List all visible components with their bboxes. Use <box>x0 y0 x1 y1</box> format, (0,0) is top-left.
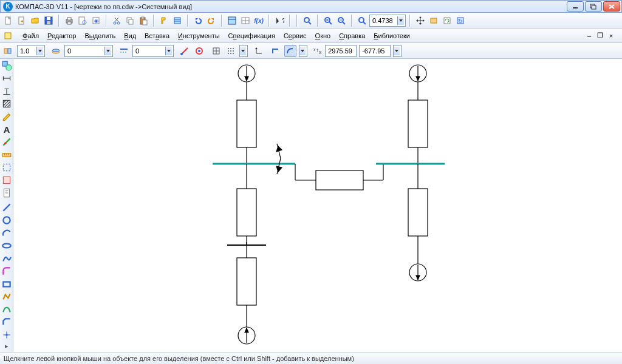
fx-icon[interactable]: f(x) <box>253 15 265 27</box>
save-icon[interactable] <box>43 15 55 27</box>
style-value: 0 <box>135 47 139 55</box>
current-state-icon[interactable] <box>2 45 15 57</box>
local-cs-icon[interactable] <box>253 45 265 57</box>
coord-x-field[interactable]: 2975.59 <box>325 45 357 57</box>
arc-tool-icon[interactable] <box>1 228 12 238</box>
dimensions-icon[interactable] <box>1 73 12 84</box>
menu-file[interactable]: Файл <box>18 30 43 41</box>
bezier-tool-icon[interactable] <box>1 304 12 315</box>
svg-marker-55 <box>416 19 418 22</box>
coord-dropdown[interactable] <box>393 45 402 57</box>
svg-rect-2 <box>592 5 596 9</box>
line-tool-icon[interactable] <box>1 202 12 213</box>
style-combo[interactable]: 0 <box>132 45 174 57</box>
paste-icon[interactable] <box>137 15 149 27</box>
geometry-icon[interactable] <box>1 60 12 71</box>
minimize-button[interactable] <box>567 1 584 12</box>
menu-view[interactable]: Вид <box>120 30 140 41</box>
print-preview-icon[interactable] <box>77 15 89 27</box>
round-icon[interactable] <box>284 45 296 57</box>
manager-icon[interactable] <box>226 15 238 27</box>
redraw-icon[interactable] <box>441 15 453 27</box>
menu-libs[interactable]: Библиотеки <box>369 30 414 41</box>
close-button[interactable] <box>603 1 620 12</box>
menu-window[interactable]: Окно <box>311 30 335 41</box>
zoom-window-icon[interactable] <box>356 15 368 27</box>
circle-tool-icon[interactable] <box>1 215 12 226</box>
menu-insert[interactable]: Вставка <box>140 30 174 41</box>
menu-edit[interactable]: Редактор <box>43 30 80 41</box>
zoom-fit-icon[interactable] <box>301 15 313 27</box>
drawing-canvas[interactable] <box>13 59 622 352</box>
measure-icon[interactable] <box>1 149 12 160</box>
menu-help[interactable]: Справка <box>335 30 369 41</box>
menu-tools[interactable]: Инструменты <box>174 30 224 41</box>
hatch-icon[interactable] <box>1 98 12 109</box>
library-icon[interactable] <box>2 30 13 41</box>
context-help-icon[interactable]: ? <box>273 15 285 27</box>
format-painter-icon[interactable] <box>158 15 170 27</box>
update-icon[interactable]: ↻ <box>454 15 466 27</box>
copy-icon[interactable] <box>124 15 136 27</box>
rect-tool-icon[interactable] <box>1 278 12 289</box>
ortho-draw-icon[interactable] <box>270 45 282 57</box>
ortho-icon[interactable] <box>210 45 222 57</box>
scale-combo[interactable]: 1.0 <box>17 45 45 57</box>
svg-text:?: ? <box>282 17 284 24</box>
edit-icon[interactable] <box>1 111 12 122</box>
menu-select[interactable]: Выделить <box>80 30 120 41</box>
new-icon[interactable] <box>2 15 15 27</box>
selection-icon[interactable] <box>1 162 12 173</box>
open-icon[interactable] <box>29 15 41 27</box>
svg-line-95 <box>3 100 6 103</box>
spec-panel-icon[interactable] <box>1 175 12 186</box>
snap-mid-icon[interactable] <box>193 45 205 57</box>
zoom-out-icon[interactable] <box>335 15 347 27</box>
param-icon[interactable] <box>1 136 12 147</box>
svg-point-75 <box>228 48 229 49</box>
coord-y-field[interactable]: -677.95 <box>359 45 391 57</box>
cut-icon[interactable] <box>111 15 123 27</box>
svg-rect-135 <box>237 189 256 236</box>
grid-icon[interactable] <box>225 45 237 57</box>
window-controls <box>567 1 620 12</box>
grid-dropdown[interactable] <box>239 45 248 57</box>
text-icon[interactable]: A <box>1 124 12 135</box>
ortho-dropdown[interactable] <box>299 45 307 57</box>
polyline-tool-icon[interactable] <box>1 291 12 302</box>
svg-marker-144 <box>245 328 248 332</box>
point-tool-icon[interactable] <box>1 329 12 340</box>
zoom-prev-icon[interactable] <box>428 15 440 27</box>
line-style-icon[interactable] <box>118 45 130 57</box>
menu-service[interactable]: Сервис <box>279 30 311 41</box>
properties-icon[interactable] <box>171 15 183 27</box>
mdi-close-icon[interactable]: × <box>606 32 616 40</box>
mdi-minimize-icon[interactable]: – <box>584 32 594 40</box>
fillet-tool-icon[interactable] <box>1 266 12 277</box>
zoom-combo[interactable]: 0.4738 <box>369 15 406 27</box>
designation-icon[interactable]: T <box>1 86 12 96</box>
maximize-button[interactable] <box>585 1 602 12</box>
svg-line-50 <box>363 22 366 24</box>
menu-spec[interactable]: Спецификация <box>224 30 279 41</box>
standard-toolbar: ✦ ◉ f(x) ? 0.4738 ↻ <box>0 13 622 29</box>
new-doc-icon[interactable]: ✦ <box>16 15 28 27</box>
print-icon[interactable] <box>63 15 75 27</box>
chamfer-tool-icon[interactable] <box>1 317 12 328</box>
expand-panel-icon[interactable]: ▸ <box>2 342 11 350</box>
layers-icon[interactable] <box>50 45 62 57</box>
ellipse-tool-icon[interactable] <box>1 240 12 251</box>
zoom-in-icon[interactable] <box>322 15 334 27</box>
preview-icon[interactable]: ◉ <box>90 15 102 27</box>
snap-end-icon[interactable] <box>179 45 191 57</box>
mdi-restore-icon[interactable]: ❐ <box>595 32 605 40</box>
report-icon[interactable] <box>1 187 12 198</box>
layer-combo[interactable]: 0 <box>64 45 113 57</box>
svg-line-47 <box>343 22 345 24</box>
redo-icon[interactable] <box>205 15 217 27</box>
pan-icon[interactable] <box>414 15 426 27</box>
undo-icon[interactable] <box>192 15 204 27</box>
spline-tool-icon[interactable] <box>1 253 12 264</box>
variables-icon[interactable] <box>239 15 251 27</box>
svg-line-100 <box>3 138 10 145</box>
